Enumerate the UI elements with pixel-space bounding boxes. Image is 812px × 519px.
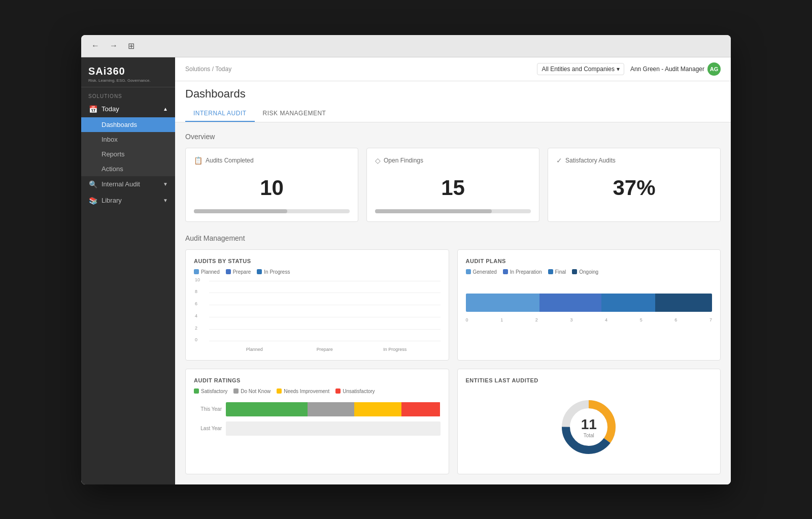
browser-toolbar: ← → ⊞: [81, 35, 731, 57]
satisfactory-rating-label: Satisfactory: [201, 388, 227, 394]
app-layout: SAi360 Risk. Learning. ESG. Governance. …: [81, 57, 731, 484]
legend-in-preparation: In Preparation: [503, 269, 542, 275]
bars-container: [209, 281, 441, 342]
grid-button[interactable]: ⊞: [126, 40, 137, 52]
charts-grid: AUDITS BY STATUS Planned Prepare: [185, 249, 721, 361]
audits-scrollbar-thumb: [194, 209, 287, 213]
needs-improvement-label: Needs Improvement: [284, 388, 329, 394]
metric-card-open-findings: ◇ Open Findings 15: [366, 148, 539, 222]
ratings-chart: This Year Last Year: [194, 402, 441, 436]
legend-unsatisfactory: Unsatisfactory: [335, 388, 375, 394]
sidebar-item-internal-audit[interactable]: 🔍 Internal Audit ▼: [81, 176, 175, 192]
unsatisfactory-dot: [335, 388, 341, 394]
tab-risk-management[interactable]: RISK MANAGEMENT: [255, 106, 334, 122]
sidebar-item-today-label: Today: [101, 105, 119, 113]
unsatisfactory-label: Unsatisfactory: [343, 388, 375, 394]
this-year-label: This Year: [194, 406, 222, 412]
final-label: Final: [555, 269, 566, 275]
entity-selector[interactable]: All Entities and Companies ▾: [537, 63, 624, 75]
donut-sublabel: Total: [581, 432, 597, 438]
metric-card-satisfactory: ✓ Satisfactory Audits 37%: [548, 148, 721, 222]
planned-dot: [194, 269, 199, 274]
hbar-x-7: 7: [709, 317, 712, 322]
bar-chart-x-labels: Planned Prepare In Progress: [209, 347, 441, 352]
tab-internal-audit[interactable]: INTERNAL AUDIT: [185, 106, 255, 122]
metric-card-header-audits: 📋 Audits Completed: [194, 156, 350, 165]
sidebar-item-library[interactable]: 📚 Library ▼: [81, 192, 175, 209]
prepare-label: Prepare: [233, 269, 251, 275]
content-area: Overview 📋 Audits Completed 10: [175, 122, 731, 484]
ongoing-dot: [572, 269, 577, 274]
legend-ongoing: Ongoing: [572, 269, 598, 275]
this-year-bars: [226, 402, 441, 416]
tabs: INTERNAL AUDIT RISK MANAGEMENT: [185, 106, 721, 122]
overview-cards: 📋 Audits Completed 10 ◇ Open Findings: [185, 148, 721, 222]
solutions-label: SOLUTIONS: [81, 87, 175, 101]
main-content: Solutions / Today All Entities and Compa…: [175, 57, 731, 484]
metric-card-header-satisfactory: ✓ Satisfactory Audits: [556, 156, 712, 165]
legend-planned: Planned: [194, 269, 220, 275]
logo-text: SAi360: [88, 66, 168, 77]
audits-completed-label: Audits Completed: [206, 157, 254, 164]
audit-ratings-legend: Satisfactory Do Not Know Needs Improveme…: [194, 388, 441, 394]
generated-label: Generated: [473, 269, 497, 275]
top-right: All Entities and Companies ▾ Ann Green -…: [537, 62, 721, 76]
audit-plans-legend: Generated In Preparation Final: [466, 269, 713, 275]
sidebar-item-today[interactable]: 📅 Today ▲: [81, 101, 175, 117]
page-title: Dashboards: [185, 87, 721, 101]
hbar-seg-preparation: [539, 294, 601, 312]
x-label-planned: Planned: [219, 347, 290, 352]
metric-card-header-findings: ◇ Open Findings: [375, 156, 531, 165]
audits-scrollbar[interactable]: [194, 209, 350, 213]
audits-completed-icon: 📋: [194, 156, 202, 165]
bar-chart-area: 10 8 6 4 2 0: [194, 281, 441, 352]
metric-card-audits-completed: 📋 Audits Completed 10: [185, 148, 358, 222]
library-icon: 📚: [88, 197, 97, 205]
hbar-x-axis: 0 1 2 3 4 5 6 7: [466, 317, 713, 322]
x-label-prepare: Prepare: [290, 347, 360, 352]
top-bar: Solutions / Today All Entities and Compa…: [175, 57, 731, 81]
legend-do-not-know: Do Not Know: [233, 388, 270, 394]
findings-scrollbar[interactable]: [375, 209, 531, 213]
entity-selector-chevron: ▾: [617, 66, 620, 73]
hbar-x-0: 0: [466, 317, 468, 322]
sidebar-sub-item-actions[interactable]: Actions: [81, 161, 175, 176]
hbar-seg-final: [601, 294, 656, 312]
internal-audit-icon: 🔍: [88, 180, 97, 188]
sidebar-sub-item-reports[interactable]: Reports: [81, 147, 175, 161]
user-avatar: AG: [707, 62, 721, 76]
hbar-x-5: 5: [640, 317, 642, 322]
audit-management-title: Audit Management: [185, 234, 721, 242]
y-label-0: 0: [195, 337, 197, 342]
last-year-label: Last Year: [194, 426, 222, 431]
hbar-segments: [466, 294, 713, 312]
satisfactory-value: 37%: [556, 171, 712, 205]
audits-completed-value: 10: [194, 171, 350, 205]
audits-by-status-card: AUDITS BY STATUS Planned Prepare: [185, 249, 449, 361]
back-button[interactable]: ←: [89, 40, 101, 51]
y-label-4: 4: [195, 313, 197, 318]
hbar-x-4: 4: [605, 317, 607, 322]
sidebar-logo: SAi360 Risk. Learning. ESG. Governance.: [81, 57, 175, 87]
hbar-x-6: 6: [674, 317, 677, 322]
last-year-bars: [226, 421, 441, 436]
donut-wrapper: 11 Total: [558, 397, 619, 458]
generated-dot: [466, 269, 471, 274]
planned-label: Planned: [201, 269, 220, 275]
final-dot: [548, 269, 553, 274]
ratings-row-this-year: This Year: [194, 402, 441, 416]
forward-button[interactable]: →: [108, 40, 120, 51]
this-year-ni: [354, 402, 401, 416]
y-label-8: 8: [195, 289, 197, 294]
donut-container: 11 Total: [466, 388, 713, 466]
prepare-dot: [226, 269, 231, 274]
sidebar-sub-item-dashboards[interactable]: Dashboards: [81, 117, 175, 132]
today-icon: 📅: [88, 105, 97, 113]
audit-plans-card: AUDIT PLANS Generated In Preparation: [457, 249, 721, 361]
y-label-6: 6: [195, 301, 197, 306]
sidebar-sub-item-inbox[interactable]: Inbox: [81, 132, 175, 147]
needs-improvement-dot: [277, 388, 282, 394]
user-name: Ann Green - Audit Manager: [630, 66, 704, 73]
do-not-know-label: Do Not Know: [241, 388, 270, 394]
legend-needs-improvement: Needs Improvement: [277, 388, 329, 394]
